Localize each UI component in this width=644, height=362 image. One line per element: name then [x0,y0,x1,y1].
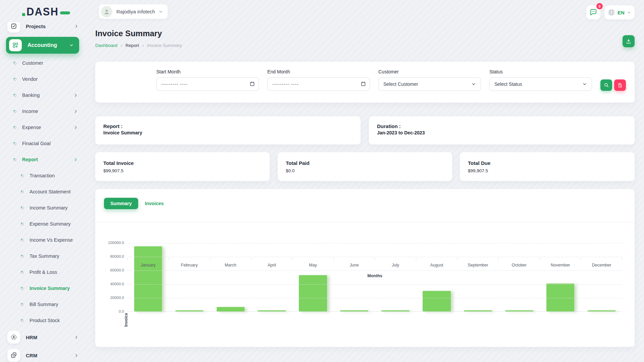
start-month-label: Start Month [156,69,259,74]
sidebar-item-expense-summary[interactable]: Expense Summary [0,216,88,232]
sidebar-item-product-stock[interactable]: Product Stock [0,312,88,328]
sidebar-item-expense[interactable]: Expense [0,119,88,135]
sidebar-item-income[interactable]: Income [0,103,88,119]
sidebar-item-tax-summary[interactable]: Tax Summary [0,248,88,264]
start-month-field: Start Month [156,69,259,91]
chevron-right-icon [73,158,78,162]
bar-february[interactable] [175,310,204,311]
status-field: Status Select Status [489,69,592,91]
tab-summary[interactable]: Summary [104,198,138,209]
bar-august[interactable] [423,291,451,312]
sidebar-item-label: Invoice Summary [30,286,70,291]
x-label-march: March [210,263,251,267]
x-axis-labels: JanuaryFebruaryMarchAprilMayJuneJulyAugu… [127,263,622,267]
x-label-december: December [581,263,622,267]
bar-january[interactable] [134,246,162,311]
bar-september[interactable] [464,310,492,311]
sidebar-item-bill-summary[interactable]: Bill Summary [0,296,88,312]
sidebar-item-invoice-summary[interactable]: Invoice Summary [0,280,88,296]
sidebar-item-label: Expense [22,125,41,130]
bullet-icon [20,318,24,323]
start-month-input[interactable] [156,77,259,91]
app-logo[interactable]: DASH [22,6,70,18]
language-code: EN [618,10,625,15]
reset-filter-button[interactable] [614,79,626,91]
sidebar-item-transaction[interactable]: Transaction [0,168,88,184]
download-button[interactable] [623,35,635,47]
bullet-icon [20,270,24,275]
bullet-icon [20,222,24,226]
x-label-october: October [498,263,540,267]
x-axis-title: Months [127,274,622,278]
end-month-label: End Month [267,69,370,74]
workspace-switcher[interactable]: Rajodiya infotech [99,4,168,19]
breadcrumb-dashboard[interactable]: Dashboard [95,43,117,48]
sidebar-group-hrm[interactable]: HRM [0,330,88,345]
sidebar-item-profit-loss[interactable]: Profit & Loss [0,264,88,280]
sidebar-item-income-summary[interactable]: Income Summary [0,200,88,216]
accounting-submenu: CustomerVendorBankingIncomeExpenseFinaci… [0,55,88,328]
sidebar-item-label: Profit & Loss [30,269,57,275]
logo-dot-icon [22,13,25,16]
end-month-input[interactable] [267,77,370,91]
language-selector[interactable]: EN [604,5,635,19]
sidebar-group-accounting[interactable]: Accounting [6,37,79,54]
avatar [101,6,112,17]
tick-mark [210,258,252,260]
search-icon [604,82,609,88]
breadcrumb-current: Invoice Summary [147,43,182,48]
x-label-june: June [334,263,375,267]
workspace-name: Rajodiya infotech [116,9,155,14]
chat-bubble-icon [589,8,597,16]
bar-october[interactable] [505,310,533,311]
bar-may[interactable] [299,275,327,311]
sidebar-item-label: Income Summary [30,205,68,210]
projects-icon [7,22,20,33]
chevron-down-icon [582,82,587,86]
customer-select[interactable]: Select Customer [378,77,481,91]
tick-mark [498,258,540,260]
messages-count-badge: 0 [596,3,603,9]
total-due-label: Total Due [468,160,627,166]
sidebar-group-crm[interactable]: CRM [0,348,88,362]
tick-mark [251,258,292,260]
total-due-value: $99,907.5 [468,168,627,173]
sidebar-item-report[interactable]: Report [0,152,88,168]
hrm-icon [7,331,20,344]
chevron-down-icon [471,82,476,86]
bar-june[interactable] [340,310,368,311]
report-summary-card: Report : Invoice Summary [95,116,361,144]
bar-december[interactable] [588,310,616,311]
gridline [127,270,622,271]
bar-november[interactable] [546,284,575,311]
bar-march[interactable] [217,307,245,311]
breadcrumb-report[interactable]: Report [125,43,139,48]
y-axis-title: Invoice [124,313,128,327]
sidebar-item-vendor[interactable]: Vendor [0,71,88,87]
sidebar-item-customer[interactable]: Customer [0,55,88,71]
sidebar-item-finacial-goal[interactable]: Finacial Goal [0,135,88,152]
sidebar-item-income-vs-expense[interactable]: Income Vs Expense [0,232,88,248]
sidebar-item-label: Income [22,109,38,114]
messages-button[interactable]: 0 [586,5,600,19]
status-select[interactable]: Select Status [489,77,592,91]
file-slash-icon [618,83,623,88]
sidebar-item-account-statement[interactable]: Account Statement [0,184,88,200]
search-button[interactable] [600,79,612,91]
sidebar-item-label: Bill Summary [30,302,58,307]
bullet-icon [20,190,24,194]
tab-invoices[interactable]: Invoices [145,201,164,206]
sidebar-item-label: Finacial Goal [22,141,51,146]
bar-july[interactable] [381,310,410,311]
chart-panel: Summary Invoices Invoice 100000.080000.0… [95,189,635,347]
x-label-november: November [540,263,581,267]
tick-mark [458,258,499,260]
bar-april[interactable] [258,310,286,311]
x-label-february: February [169,263,210,267]
bullet-icon [13,77,17,81]
sidebar-item-projects[interactable]: Projects [0,22,88,34]
tick-mark [375,258,416,260]
total-invoice-label: Total Invoice [103,160,262,166]
sidebar-item-banking[interactable]: Banking [0,87,88,103]
y-tick-label: 0.0 [97,309,124,313]
